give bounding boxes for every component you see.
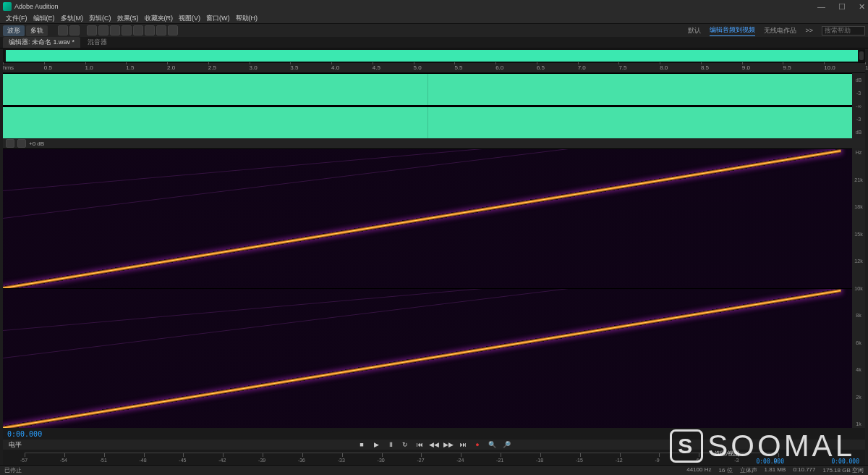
spot-heal-tool-icon[interactable] <box>168 25 178 35</box>
app-title: Adobe Audition <box>14 3 59 10</box>
level-tick: -57 <box>25 453 25 457</box>
freq-tick: Hz <box>856 150 862 155</box>
spectro-zoom-icon[interactable] <box>6 139 14 148</box>
ruler-tick: hms <box>3 64 14 71</box>
razor-tool-icon[interactable] <box>98 25 109 35</box>
status-bar: 已停止 44100 Hz 16 位 立体声 1.81 MB 0:10.777 1… <box>0 465 868 475</box>
ruler-tick: 8.5 <box>701 64 709 71</box>
freq-tick: 18k <box>854 204 862 209</box>
document-tab[interactable]: 编辑器: 未命名 1.wav * <box>3 37 80 48</box>
slip-tool-icon[interactable] <box>110 25 120 35</box>
ruler-tick: 9.5 <box>783 64 791 71</box>
ruler-tick: 1.5 <box>126 64 134 71</box>
time-ruler[interactable]: hms0.51.01.52.02.53.03.54.04.55.05.56.06… <box>3 62 865 72</box>
freq-tick: 4k <box>856 367 861 372</box>
ruler-tick: 3.5 <box>290 64 298 71</box>
overview-waveform <box>6 50 858 62</box>
workspace-more-icon[interactable]: >> <box>805 27 813 34</box>
skip-back-button[interactable]: ⏮ <box>415 440 424 449</box>
workspace-default[interactable]: 默认 <box>688 26 701 35</box>
waveform-panel[interactable]: dB -3 -∞ -3 dB <box>3 72 865 138</box>
level-tick: -24 <box>461 453 461 457</box>
hud-toggle-icon[interactable] <box>58 25 68 35</box>
menu-window[interactable]: 窗口(W) <box>203 14 233 23</box>
stop-button[interactable]: ■ <box>357 440 366 449</box>
forward-button[interactable]: ▶▶ <box>444 440 453 449</box>
waveform-right-channel[interactable] <box>3 106 852 138</box>
ruler-tick: 10.5 <box>865 64 868 71</box>
ruler-tick: 2.5 <box>208 64 216 71</box>
menu-help[interactable]: 帮助(H) <box>233 14 261 23</box>
overview-scrollbar[interactable] <box>859 51 864 60</box>
workspace-radio[interactable]: 无线电作品 <box>764 26 796 35</box>
frequency-scale: Hz21k18k15k12k10k8k6k4k2k1k <box>852 148 865 428</box>
lasso-tool-icon[interactable] <box>145 25 155 35</box>
zoom-in-icon[interactable]: 🔍 <box>488 440 496 449</box>
spectrogram-right-channel[interactable] <box>3 288 852 428</box>
brush-tool-icon[interactable] <box>156 25 166 35</box>
ruler-tick: 5.0 <box>414 64 422 71</box>
spectrogram-panel[interactable]: Hz21k18k15k12k10k8k6k4k2k1k <box>3 148 865 428</box>
waveform-view-tab[interactable]: 波形 <box>3 25 25 36</box>
move-tool-icon[interactable] <box>87 25 97 35</box>
menu-edit[interactable]: 编辑(E) <box>30 14 58 23</box>
multitrack-view-tab[interactable]: 多轨 <box>26 25 48 36</box>
ruler-tick: 6.0 <box>495 64 503 71</box>
menu-favorites[interactable]: 收藏夹(R) <box>142 14 176 23</box>
menu-clip[interactable]: 剪辑(C) <box>86 14 114 23</box>
current-timecode: 0:00.000 <box>7 430 42 438</box>
freq-tick: 1k <box>856 421 861 426</box>
level-tick: -18 <box>540 453 541 457</box>
ruler-tick: 4.0 <box>331 64 339 71</box>
menu-view[interactable]: 视图(V) <box>176 14 203 23</box>
zoom-out-icon[interactable]: 🔎 <box>502 440 511 449</box>
main-toolbar: 波形 多轨 默认 编辑音频到视频 无线电作品 >> <box>0 24 868 37</box>
marquee-tool-icon[interactable] <box>133 25 143 35</box>
title-bar: Adobe Audition — ☐ ✕ <box>0 0 868 13</box>
ruler-tick: 5.5 <box>454 64 462 71</box>
menu-effects[interactable]: 效果(S) <box>114 14 142 23</box>
spectro-clock-icon[interactable] <box>17 139 26 148</box>
level-tick: -27 <box>421 453 422 457</box>
workspace-current[interactable]: 编辑音频到视频 <box>710 25 755 36</box>
ruler-tick: 9.0 <box>742 64 750 71</box>
help-search-input[interactable] <box>822 26 865 35</box>
level-tick: -39 <box>263 453 263 457</box>
ruler-tick: 3.0 <box>250 64 258 71</box>
time-select-tool-icon[interactable] <box>122 25 132 35</box>
overview-navigator[interactable] <box>3 49 865 62</box>
ruler-tick: 7.0 <box>578 64 586 71</box>
record-button[interactable]: ● <box>473 440 482 449</box>
close-button[interactable]: ✕ <box>859 2 865 12</box>
amplitude-scale: dB -3 -∞ -3 dB <box>852 73 865 138</box>
loop-button[interactable]: ↻ <box>401 440 409 449</box>
play-button[interactable]: ▶ <box>372 440 380 449</box>
maximize-button[interactable]: ☐ <box>838 2 846 12</box>
minimize-button[interactable]: — <box>817 2 825 12</box>
waveform-left-channel[interactable] <box>3 73 852 105</box>
status-sample-rate: 44100 Hz <box>686 466 711 474</box>
gain-readout[interactable]: +0 dB <box>29 140 44 147</box>
level-tick: -42 <box>223 453 224 457</box>
level-tick: -51 <box>104 453 105 457</box>
ruler-tick: 10.0 <box>824 64 835 71</box>
mixer-tab[interactable]: 混音器 <box>88 38 107 47</box>
level-tick: -30 <box>382 453 383 457</box>
freq-tick: 12k <box>854 258 862 264</box>
menu-multitrack[interactable]: 多轨(M) <box>58 14 87 23</box>
spectrogram-left-channel[interactable] <box>3 148 852 288</box>
menu-file[interactable]: 文件(F) <box>3 14 30 23</box>
freq-tick: 6k <box>856 340 861 345</box>
level-tick: -21 <box>501 453 501 457</box>
pause-button[interactable]: ⏸ <box>386 440 395 449</box>
ruler-tick: 6.5 <box>537 64 545 71</box>
timecode-display[interactable]: 0:00.000 <box>3 428 865 440</box>
level-tick: -45 <box>183 453 184 457</box>
rewind-button[interactable]: ◀◀ <box>430 440 438 449</box>
spectrogram-toolbar: +0 dB <box>3 138 865 148</box>
level-tick: -15 <box>580 453 581 457</box>
spectral-pitch-icon[interactable] <box>69 25 80 35</box>
freq-tick: 10k <box>854 286 862 291</box>
freq-tick: 8k <box>856 313 861 318</box>
skip-fwd-button[interactable]: ⏭ <box>459 440 467 449</box>
